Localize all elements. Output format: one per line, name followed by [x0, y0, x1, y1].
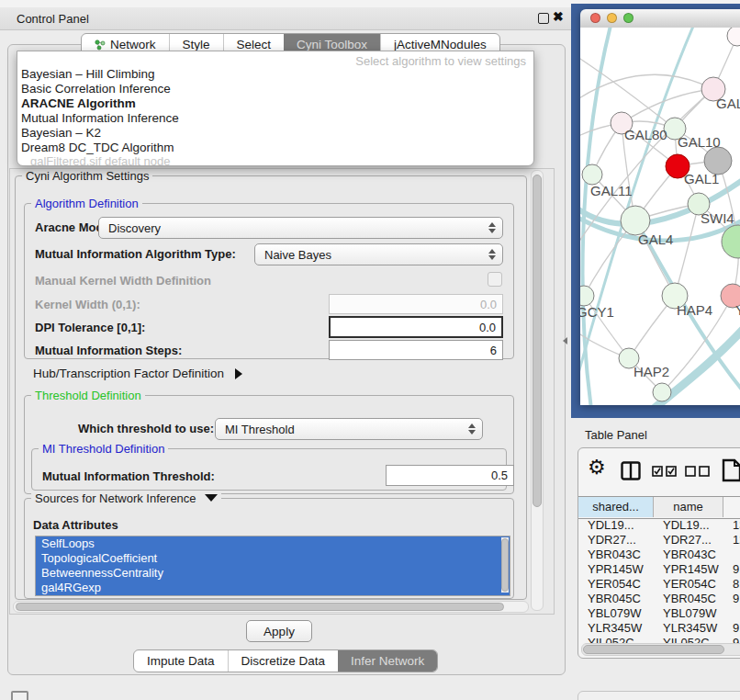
mi-type-label: Mutual Information Algorithm Type:: [35, 247, 236, 261]
table-horizontal-scrollbar[interactable]: [581, 643, 740, 656]
dropdown-item[interactable]: ARACNE Algorithm: [17, 96, 533, 111]
table-cell: 9.: [723, 592, 740, 606]
kernel-width-value: 0.0: [480, 298, 497, 311]
table-row[interactable]: YER054CYER054C8.: [578, 577, 740, 592]
hub-definition-expander[interactable]: Hub/Transcription Factor Definition: [33, 367, 242, 380]
window-close-button[interactable]: [590, 13, 600, 23]
sources-title[interactable]: Sources for Network Inference: [31, 491, 221, 505]
table-cell: YLR345W: [578, 621, 654, 636]
collapse-panel-button[interactable]: [11, 691, 28, 700]
network-canvas[interactable]: GALGAL80GAL10GAL1GAL11SWI4GAL4GCY1HAP4YH…: [580, 28, 740, 405]
network-node-label: SWI4: [701, 210, 734, 226]
table-cell: 12: [723, 533, 740, 548]
table-row[interactable]: YBR045CYBR045C9.: [578, 592, 740, 606]
kernel-width-input[interactable]: 0.0: [329, 294, 503, 314]
table-row[interactable]: YBR043CYBR043C: [578, 548, 740, 562]
dropdown-item[interactable]: Bayesian – K2: [17, 126, 533, 141]
tab-discretize-data-label: Discretize Data: [241, 650, 326, 672]
which-threshold-value: MI Threshold: [225, 423, 295, 436]
table-cell: YIL052C: [654, 636, 723, 643]
network-node[interactable]: [727, 28, 740, 46]
table-cell: YDL19...: [578, 518, 654, 533]
attribute-list-item[interactable]: TopologicalCoefficient: [36, 551, 510, 566]
data-attributes-label: Data Attributes: [33, 518, 118, 532]
tab-impute-data-label: Impute Data: [147, 650, 215, 672]
table-row[interactable]: YPR145WYPR145W9.: [578, 562, 740, 577]
table-cell: YBL079W: [654, 606, 723, 621]
dropdown-item[interactable]: Bayesian – Hill Climbing: [17, 67, 533, 82]
manual-kernel-label: Manual Kernel Width Definition: [35, 274, 211, 288]
network-node-label: GAL4: [638, 231, 673, 247]
table-cell: YPR145W: [654, 562, 723, 577]
algorithm-dropdown: Select algorithm to view settings Bayesi…: [17, 51, 534, 166]
dpi-tolerance-input[interactable]: 0.0: [329, 316, 503, 338]
dropdown-item[interactable]: Mutual Information Inference: [17, 111, 533, 126]
mi-steps-input[interactable]: 6: [329, 340, 503, 360]
table-row[interactable]: YDL19...YDL19...13: [578, 518, 740, 533]
table-row[interactable]: YIL052CYIL052C9.: [578, 636, 740, 643]
table-row[interactable]: YDR27...YDR27...12: [578, 533, 740, 548]
table-cell: YBR043C: [578, 548, 654, 562]
table-cell: YER054C: [654, 577, 723, 592]
table-cell: YIL052C: [578, 636, 654, 643]
control-panel-title: Control Panel: [17, 12, 89, 26]
float-window-icon[interactable]: [538, 13, 549, 24]
table-column-header[interactable]: shared...: [578, 497, 654, 517]
tab-infer-network[interactable]: Infer Network: [338, 650, 437, 672]
gear-icon[interactable]: ⚙: [588, 456, 606, 480]
attribute-list-item[interactable]: SelfLoops: [36, 536, 510, 551]
mi-type-select[interactable]: Naive Bayes: [254, 243, 503, 265]
attribute-list-item[interactable]: gal4RGexp: [36, 581, 510, 595]
collapse-down-icon: [205, 494, 218, 502]
network-node-label: GAL: [716, 96, 740, 111]
panel-divider-grip[interactable]: [563, 337, 567, 344]
window-zoom-button[interactable]: [623, 13, 633, 23]
settings-horizontal-scrollbar[interactable]: [13, 601, 529, 613]
attribute-list-item[interactable]: BetweennessCentrality: [36, 566, 510, 581]
dropdown-ghost-text: galFiltered.sif default node: [17, 155, 533, 165]
document-icon[interactable]: [722, 458, 740, 482]
data-attributes-list[interactable]: SelfLoopsTopologicalCoefficientBetweenne…: [35, 536, 510, 596]
dropdown-item[interactable]: Basic Correlation Inference: [17, 82, 533, 96]
dpi-tolerance-label: DPI Tolerance [0,1]:: [35, 321, 145, 334]
stepper-icon: [488, 222, 496, 233]
mi-threshold-input[interactable]: 0.5: [386, 465, 514, 486]
table-cell: 13: [723, 518, 740, 533]
which-threshold-select[interactable]: MI Threshold: [215, 418, 483, 440]
columns-icon[interactable]: [621, 461, 641, 480]
network-node[interactable]: [653, 383, 671, 401]
network-node-gcy1[interactable]: [580, 286, 594, 306]
table-row[interactable]: YLR345WYLR345W9.: [578, 621, 740, 636]
list-scrollbar[interactable]: [501, 537, 509, 593]
window-minimize-button[interactable]: [607, 13, 617, 23]
aracne-mode-select[interactable]: Discovery: [98, 217, 503, 239]
unchecked-boxes-icon[interactable]: [685, 466, 711, 477]
mi-threshold-value: 0.5: [491, 469, 508, 482]
checked-boxes-icon[interactable]: [652, 466, 678, 477]
apply-button-label: Apply: [263, 625, 295, 638]
table-row[interactable]: YBL079WYBL079W: [578, 606, 740, 621]
dropdown-item[interactable]: Dream8 DC_TDC Algorithm: [17, 141, 533, 155]
network-node-label: HAP4: [677, 302, 712, 318]
table-panel-title: Table Panel: [585, 428, 647, 442]
settings-vertical-scrollbar[interactable]: [531, 170, 544, 611]
mi-threshold-group-title: MI Threshold Definition: [39, 442, 168, 456]
network-node-label: GCY1: [580, 304, 614, 320]
control-panel-titlebar: Control Panel ✖: [0, 7, 571, 30]
close-icon[interactable]: ✖: [553, 9, 564, 24]
network-node-gal11[interactable]: [582, 164, 602, 185]
table-column-header[interactable]: name: [654, 497, 723, 517]
tab-discretize-data[interactable]: Discretize Data: [228, 650, 339, 672]
tab-infer-network-label: Infer Network: [351, 650, 424, 672]
network-node-label: GAL80: [624, 127, 667, 142]
apply-button[interactable]: Apply: [246, 620, 312, 642]
manual-kernel-checkbox[interactable]: [488, 272, 502, 287]
stepper-icon: [468, 423, 476, 435]
network-view-window: GALGAL80GAL10GAL1GAL11SWI4GAL4GCY1HAP4YH…: [580, 9, 740, 405]
tab-impute-data[interactable]: Impute Data: [134, 650, 228, 672]
network-edge[interactable]: [675, 204, 699, 296]
mi-type-value: Naive Bayes: [264, 248, 331, 262]
network-window-titlebar[interactable]: [580, 9, 740, 28]
table-panel: ⚙ shared...name YDL19...YDL19..: [577, 447, 740, 659]
cyni-settings-title: Cyni Algorithm Settings: [22, 169, 152, 183]
